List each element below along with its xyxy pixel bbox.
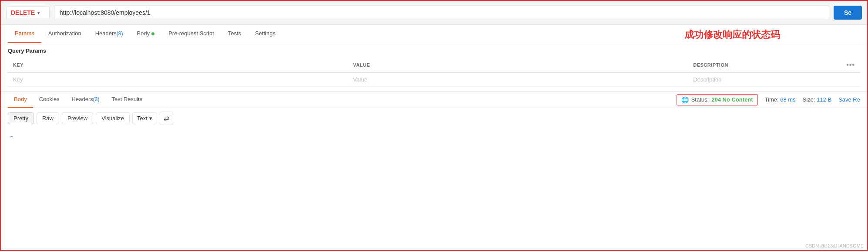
- annotation-text: 成功修改响应的状态码: [684, 28, 780, 41]
- key-cell[interactable]: Key: [8, 73, 348, 87]
- query-params-label: Query Params: [8, 47, 860, 54]
- status-info: 🌐 Status: 204 No Content Time: 68 ms Siz…: [677, 94, 860, 105]
- body-dot-indicator: [151, 32, 154, 35]
- tab-settings[interactable]: Settings: [248, 25, 282, 43]
- table-row: Key Value Description: [8, 73, 860, 87]
- response-section: Body Cookies Headers(3) Test Results 🌐 S…: [1, 91, 867, 144]
- col-header-key: KEY: [8, 58, 348, 73]
- text-format-dropdown[interactable]: Text ▾: [132, 112, 157, 124]
- chevron-down-icon: ▾: [37, 10, 40, 15]
- tab-params[interactable]: Params: [8, 25, 41, 43]
- tab-pre-request-script[interactable]: Pre-request Script: [161, 25, 221, 43]
- chevron-down-icon: ▾: [149, 115, 152, 122]
- watermark: CSDN @J13&HANDSOME: [805, 243, 864, 248]
- col-header-value: VALUE: [348, 58, 688, 73]
- save-response-button[interactable]: Save Re: [838, 96, 860, 103]
- dots-menu-icon[interactable]: •••: [846, 61, 855, 68]
- body-line: ~: [10, 133, 13, 139]
- request-tab-list: Params Authorization Headers(8) Body Pre…: [8, 25, 282, 43]
- response-tab-list: Body Cookies Headers(3) Test Results: [8, 92, 148, 108]
- actions-cell: [841, 73, 860, 87]
- params-table: KEY VALUE DESCRIPTION ••• Key Value Desc…: [8, 58, 860, 87]
- wrap-icon: ⇄: [164, 115, 169, 122]
- col-header-actions: •••: [841, 58, 860, 73]
- tab-authorization[interactable]: Authorization: [41, 25, 88, 43]
- response-tab-body[interactable]: Body: [8, 92, 33, 108]
- status-label: Status:: [691, 96, 709, 103]
- method-label: DELETE: [11, 9, 35, 16]
- tab-body[interactable]: Body: [130, 25, 162, 43]
- value-cell[interactable]: Value: [348, 73, 688, 87]
- globe-icon: 🌐: [681, 96, 689, 103]
- body-content: ~: [1, 129, 867, 144]
- method-selector[interactable]: DELETE ▾: [6, 6, 50, 19]
- query-params-section: Query Params KEY VALUE DESCRIPTION ••• K…: [1, 43, 867, 87]
- send-button[interactable]: Se: [834, 6, 862, 20]
- size-value: 112 B: [817, 96, 831, 103]
- status-code: 204 No Content: [711, 96, 753, 103]
- status-box: 🌐 Status: 204 No Content: [677, 94, 758, 105]
- time-label: Time: 68 ms: [765, 96, 796, 103]
- url-input[interactable]: [54, 5, 829, 20]
- response-tab-test-results[interactable]: Test Results: [105, 92, 148, 108]
- preview-button[interactable]: Preview: [62, 112, 93, 124]
- response-tab-cookies[interactable]: Cookies: [33, 92, 66, 108]
- top-bar: DELETE ▾ Se: [1, 1, 867, 25]
- size-label: Size: 112 B: [803, 96, 832, 103]
- body-tools-bar: Pretty Raw Preview Visualize Text ▾ ⇄: [1, 108, 867, 129]
- desc-cell[interactable]: Description: [688, 73, 841, 87]
- wrap-button[interactable]: ⇄: [160, 112, 173, 125]
- raw-button[interactable]: Raw: [37, 112, 59, 124]
- tab-headers[interactable]: Headers(8): [88, 25, 130, 43]
- request-tabs-section: Params Authorization Headers(8) Body Pre…: [1, 25, 867, 43]
- response-tabs-bar: Body Cookies Headers(3) Test Results 🌐 S…: [1, 92, 867, 108]
- visualize-button[interactable]: Visualize: [96, 112, 130, 124]
- tab-tests[interactable]: Tests: [221, 25, 248, 43]
- pretty-button[interactable]: Pretty: [8, 112, 34, 124]
- response-tab-headers[interactable]: Headers(3): [66, 92, 106, 108]
- col-header-desc: DESCRIPTION: [688, 58, 841, 73]
- time-value: 68 ms: [780, 96, 795, 103]
